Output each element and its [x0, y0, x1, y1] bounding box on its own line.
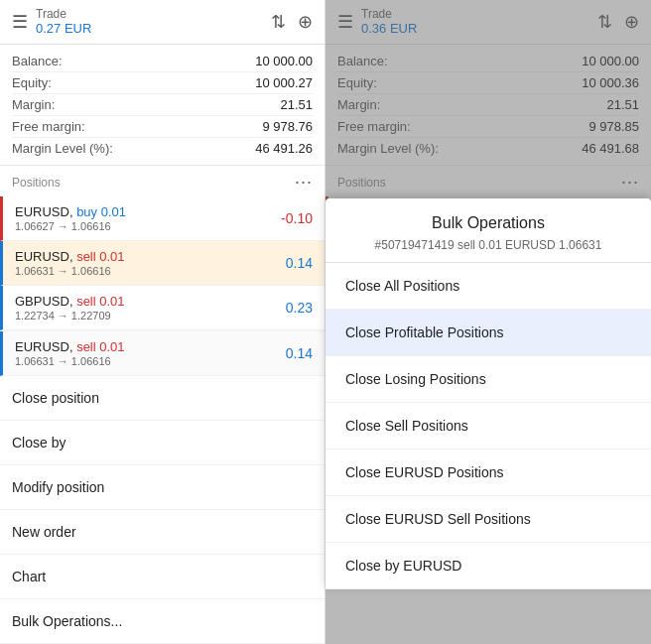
context-close-position[interactable]: Close position: [0, 376, 325, 421]
position-pnl: 0.23: [286, 300, 313, 316]
position-info: GBPUSD, sell 0.01 1.22734 → 1.22709: [15, 294, 286, 322]
context-new-order[interactable]: New order: [0, 510, 325, 555]
context-chart[interactable]: Chart: [0, 555, 325, 599]
position-eurusd-sell[interactable]: EURUSD, sell 0.01 1.06631 → 1.06616 0.14: [0, 241, 325, 286]
stat-margin-level: Margin Level (%): 46 491.26: [12, 138, 313, 159]
bulk-operations-modal: Bulk Operations #50719471419 sell 0.01 E…: [326, 198, 651, 589]
position-info: EURUSD, buy 0.01 1.06627 → 1.06616: [15, 204, 281, 232]
bulk-close-eurusd[interactable]: Close EURUSD Positions: [326, 450, 651, 496]
left-positions-header: Positions ···: [0, 166, 325, 196]
stat-balance: Balance: 10 000.00: [12, 51, 313, 72]
left-header: ☰ Trade 0.27 EUR ⇅ ⊕: [0, 0, 325, 45]
position-side: sell 0.01: [76, 294, 124, 309]
position-pnl: 0.14: [286, 255, 313, 271]
left-header-actions: ⇅ ⊕: [271, 11, 313, 33]
left-header-amount: 0.27 EUR: [36, 21, 91, 36]
position-title: EURUSD, buy 0.01: [15, 204, 281, 219]
left-stats: Balance: 10 000.00 Equity: 10 000.27 Mar…: [0, 45, 325, 166]
context-modify-position[interactable]: Modify position: [0, 465, 325, 510]
position-pnl: -0.10: [281, 210, 313, 226]
context-bulk-operations[interactable]: Bulk Operations...: [0, 599, 325, 644]
position-pnl: 0.14: [286, 345, 313, 361]
position-rate: 1.06631 → 1.06616: [15, 265, 286, 277]
position-side: buy 0.01: [76, 204, 126, 219]
bulk-close-profitable[interactable]: Close Profitable Positions: [326, 310, 651, 356]
left-panel: ☰ Trade 0.27 EUR ⇅ ⊕ Balance: 10 000.00 …: [0, 0, 326, 644]
bulk-close-by-eurusd[interactable]: Close by EURUSD: [326, 543, 651, 589]
sort-icon[interactable]: ⇅: [271, 11, 286, 33]
bulk-close-losing[interactable]: Close Losing Positions: [326, 356, 651, 403]
bulk-close-eurusd-sell[interactable]: Close EURUSD Sell Positions: [326, 496, 651, 543]
positions-label: Positions: [12, 176, 61, 190]
position-title: GBPUSD, sell 0.01: [15, 294, 286, 309]
right-panel: ☰ Trade 0.36 EUR ⇅ ⊕ Balance: 10 000.00 …: [326, 0, 651, 644]
position-info: EURUSD, sell 0.01 1.06631 → 1.06616: [15, 339, 286, 367]
position-info: EURUSD, sell 0.01 1.06631 → 1.06616: [15, 249, 286, 277]
positions-more-icon[interactable]: ···: [295, 172, 313, 193]
left-menu-icon[interactable]: ☰: [12, 11, 28, 33]
bulk-modal-title: Bulk Operations: [326, 198, 651, 238]
position-gbpusd-sell[interactable]: GBPUSD, sell 0.01 1.22734 → 1.22709 0.23: [0, 286, 325, 330]
add-icon[interactable]: ⊕: [298, 11, 313, 33]
stat-free-margin: Free margin: 9 978.76: [12, 116, 313, 138]
position-side: sell 0.01: [76, 249, 124, 264]
selected-position[interactable]: EURUSD, sell 0.01 1.06631 → 1.06616 0.14: [0, 331, 325, 376]
bulk-modal-subtitle: #50719471419 sell 0.01 EURUSD 1.06631: [326, 238, 651, 262]
position-title: EURUSD, sell 0.01: [15, 249, 286, 264]
position-side: sell 0.01: [76, 339, 124, 354]
stat-margin: Margin: 21.51: [12, 94, 313, 116]
position-rate: 1.06627 → 1.06616: [15, 220, 281, 232]
bulk-close-sell[interactable]: Close Sell Positions: [326, 403, 651, 450]
position-eurusd-buy[interactable]: EURUSD, buy 0.01 1.06627 → 1.06616 -0.10: [0, 196, 325, 241]
position-rate: 1.06631 → 1.06616: [15, 355, 286, 367]
left-header-trade-label: Trade: [36, 8, 91, 21]
position-title: EURUSD, sell 0.01: [15, 339, 286, 354]
bulk-close-all[interactable]: Close All Positions: [326, 263, 651, 310]
context-close-by[interactable]: Close by: [0, 421, 325, 465]
position-rate: 1.22734 → 1.22709: [15, 310, 286, 322]
stat-equity: Equity: 10 000.27: [12, 72, 313, 94]
